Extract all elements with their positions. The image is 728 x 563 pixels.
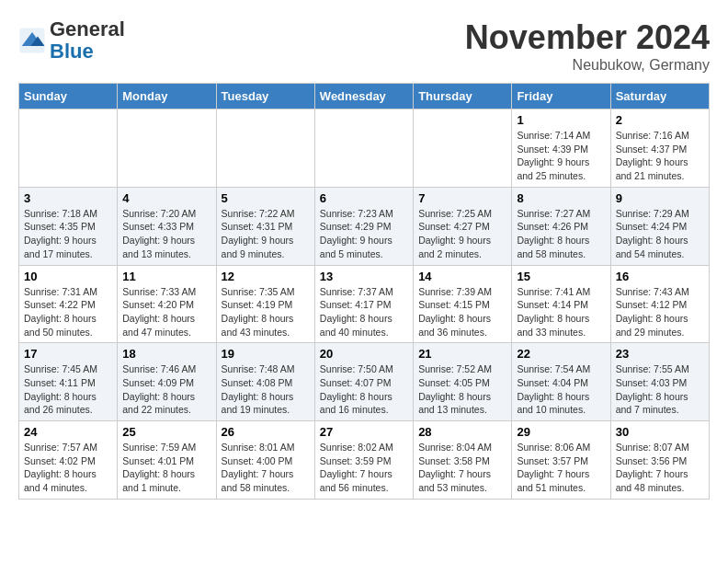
calendar-week-row: 24Sunrise: 7:57 AMSunset: 4:02 PMDayligh…: [19, 421, 710, 500]
location-title: Neubukow, Germany: [465, 57, 710, 74]
table-row: 6Sunrise: 7:23 AMSunset: 4:29 PMDaylight…: [314, 187, 413, 265]
day-number: 9: [616, 191, 704, 205]
logo-text: General Blue: [50, 18, 125, 63]
logo-general-text: General: [50, 17, 125, 40]
table-row: 27Sunrise: 8:02 AMSunset: 3:59 PMDayligh…: [314, 421, 413, 500]
col-wednesday: Wednesday: [314, 84, 413, 109]
day-info: Sunrise: 7:55 AMSunset: 4:03 PMDaylight:…: [616, 362, 704, 417]
day-info: Sunrise: 7:16 AMSunset: 4:37 PMDaylight:…: [616, 129, 704, 183]
day-number: 19: [222, 347, 310, 361]
day-info: Sunrise: 7:22 AMSunset: 4:31 PMDaylight:…: [222, 207, 310, 261]
day-number: 3: [24, 191, 112, 205]
table-row: 7Sunrise: 7:25 AMSunset: 4:27 PMDaylight…: [414, 187, 512, 265]
calendar-week-row: 3Sunrise: 7:18 AMSunset: 4:35 PMDaylight…: [19, 187, 710, 265]
day-info: Sunrise: 7:20 AMSunset: 4:33 PMDaylight:…: [122, 207, 210, 261]
table-row: [414, 109, 512, 188]
day-info: Sunrise: 7:46 AMSunset: 4:09 PMDaylight:…: [122, 362, 210, 417]
table-row: 22Sunrise: 7:54 AMSunset: 4:04 PMDayligh…: [512, 343, 610, 421]
day-info: Sunrise: 7:31 AMSunset: 4:22 PMDaylight:…: [24, 285, 112, 339]
table-row: 23Sunrise: 7:55 AMSunset: 4:03 PMDayligh…: [610, 343, 709, 421]
day-number: 22: [517, 347, 605, 361]
table-row: 10Sunrise: 7:31 AMSunset: 4:22 PMDayligh…: [19, 265, 118, 343]
table-row: [19, 109, 118, 188]
day-number: 17: [24, 347, 112, 361]
day-number: 25: [122, 425, 210, 439]
day-number: 2: [616, 113, 704, 127]
table-row: 2Sunrise: 7:16 AMSunset: 4:37 PMDaylight…: [610, 109, 709, 188]
table-row: 3Sunrise: 7:18 AMSunset: 4:35 PMDaylight…: [19, 187, 118, 265]
day-number: 7: [418, 191, 506, 205]
day-number: 27: [320, 425, 408, 439]
day-number: 4: [122, 191, 210, 205]
day-info: Sunrise: 8:07 AMSunset: 3:56 PMDaylight:…: [616, 441, 704, 495]
day-info: Sunrise: 7:29 AMSunset: 4:24 PMDaylight:…: [616, 207, 704, 261]
table-row: 12Sunrise: 7:35 AMSunset: 4:19 PMDayligh…: [216, 265, 314, 343]
col-tuesday: Tuesday: [216, 84, 314, 109]
table-row: [314, 109, 413, 188]
col-friday: Friday: [512, 84, 610, 109]
day-number: 15: [517, 270, 605, 283]
day-info: Sunrise: 7:27 AMSunset: 4:26 PMDaylight:…: [517, 207, 605, 261]
day-info: Sunrise: 7:52 AMSunset: 4:05 PMDaylight:…: [418, 362, 506, 417]
day-info: Sunrise: 7:18 AMSunset: 4:35 PMDaylight:…: [24, 207, 112, 261]
calendar-week-row: 10Sunrise: 7:31 AMSunset: 4:22 PMDayligh…: [19, 265, 710, 343]
calendar-header-row: Sunday Monday Tuesday Wednesday Thursday…: [19, 84, 710, 109]
day-info: Sunrise: 7:39 AMSunset: 4:15 PMDaylight:…: [418, 285, 506, 339]
day-number: 6: [320, 191, 408, 205]
logo-blue-text: Blue: [50, 40, 94, 63]
day-info: Sunrise: 7:14 AMSunset: 4:39 PMDaylight:…: [517, 129, 605, 183]
day-number: 1: [517, 113, 605, 127]
logo: General Blue: [18, 18, 125, 63]
day-number: 18: [122, 347, 210, 361]
month-title: November 2024: [465, 18, 710, 57]
table-row: 20Sunrise: 7:50 AMSunset: 4:07 PMDayligh…: [314, 343, 413, 421]
logo-icon: [18, 27, 46, 54]
day-info: Sunrise: 7:57 AMSunset: 4:02 PMDaylight:…: [24, 441, 112, 495]
day-number: 14: [418, 270, 506, 283]
day-number: 10: [24, 270, 112, 283]
col-monday: Monday: [118, 84, 216, 109]
day-number: 12: [222, 270, 310, 283]
table-row: 15Sunrise: 7:41 AMSunset: 4:14 PMDayligh…: [512, 265, 610, 343]
day-info: Sunrise: 7:23 AMSunset: 4:29 PMDaylight:…: [320, 207, 408, 261]
table-row: 16Sunrise: 7:43 AMSunset: 4:12 PMDayligh…: [610, 265, 709, 343]
day-number: 16: [616, 270, 704, 283]
day-info: Sunrise: 7:54 AMSunset: 4:04 PMDaylight:…: [517, 362, 605, 417]
day-info: Sunrise: 8:04 AMSunset: 3:58 PMDaylight:…: [418, 441, 506, 495]
table-row: [118, 109, 216, 188]
table-row: 28Sunrise: 8:04 AMSunset: 3:58 PMDayligh…: [414, 421, 512, 500]
day-number: 23: [616, 347, 704, 361]
table-row: 4Sunrise: 7:20 AMSunset: 4:33 PMDaylight…: [118, 187, 216, 265]
table-row: 26Sunrise: 8:01 AMSunset: 4:00 PMDayligh…: [216, 421, 314, 500]
page-header: General Blue November 2024 Neubukow, Ger…: [18, 18, 710, 74]
table-row: 30Sunrise: 8:07 AMSunset: 3:56 PMDayligh…: [610, 421, 709, 500]
table-row: 1Sunrise: 7:14 AMSunset: 4:39 PMDaylight…: [512, 109, 610, 188]
day-number: 26: [222, 425, 310, 439]
col-saturday: Saturday: [610, 84, 709, 109]
table-row: 11Sunrise: 7:33 AMSunset: 4:20 PMDayligh…: [118, 265, 216, 343]
table-row: 24Sunrise: 7:57 AMSunset: 4:02 PMDayligh…: [19, 421, 118, 500]
calendar-week-row: 1Sunrise: 7:14 AMSunset: 4:39 PMDaylight…: [19, 109, 710, 188]
calendar-table: Sunday Monday Tuesday Wednesday Thursday…: [18, 83, 710, 500]
table-row: 5Sunrise: 7:22 AMSunset: 4:31 PMDaylight…: [216, 187, 314, 265]
col-sunday: Sunday: [19, 84, 118, 109]
day-number: 24: [24, 425, 112, 439]
day-info: Sunrise: 7:50 AMSunset: 4:07 PMDaylight:…: [320, 362, 408, 417]
table-row: 13Sunrise: 7:37 AMSunset: 4:17 PMDayligh…: [314, 265, 413, 343]
table-row: 9Sunrise: 7:29 AMSunset: 4:24 PMDaylight…: [610, 187, 709, 265]
table-row: 8Sunrise: 7:27 AMSunset: 4:26 PMDaylight…: [512, 187, 610, 265]
day-info: Sunrise: 7:45 AMSunset: 4:11 PMDaylight:…: [24, 362, 112, 417]
day-number: 30: [616, 425, 704, 439]
table-row: 14Sunrise: 7:39 AMSunset: 4:15 PMDayligh…: [414, 265, 512, 343]
title-block: November 2024 Neubukow, Germany: [465, 18, 710, 74]
table-row: 17Sunrise: 7:45 AMSunset: 4:11 PMDayligh…: [19, 343, 118, 421]
day-number: 28: [418, 425, 506, 439]
day-number: 8: [517, 191, 605, 205]
day-number: 11: [122, 270, 210, 283]
day-info: Sunrise: 7:43 AMSunset: 4:12 PMDaylight:…: [616, 285, 704, 339]
day-info: Sunrise: 8:06 AMSunset: 3:57 PMDaylight:…: [517, 441, 605, 495]
day-info: Sunrise: 8:01 AMSunset: 4:00 PMDaylight:…: [222, 441, 310, 495]
table-row: [216, 109, 314, 188]
calendar-week-row: 17Sunrise: 7:45 AMSunset: 4:11 PMDayligh…: [19, 343, 710, 421]
day-number: 13: [320, 270, 408, 283]
